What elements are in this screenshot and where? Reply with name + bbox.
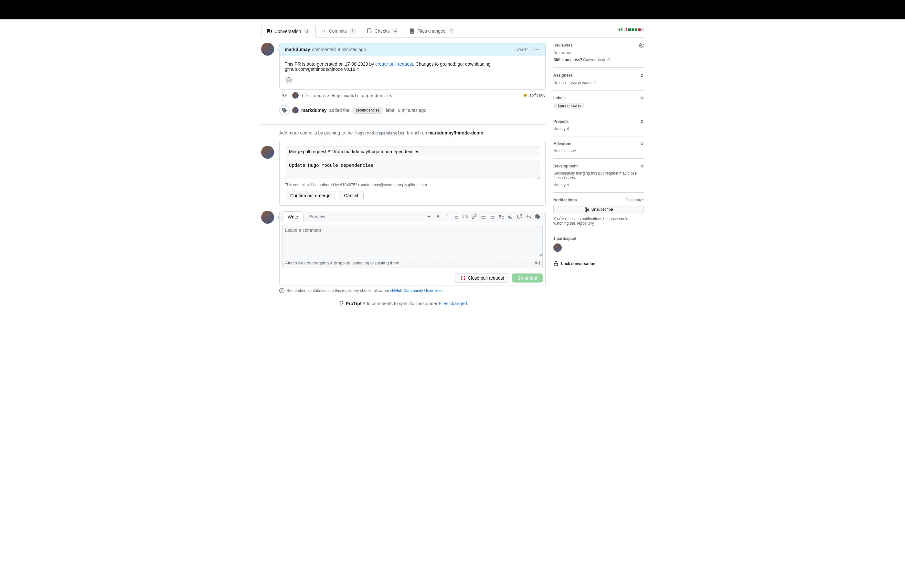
markdown-icon[interactable]: M↓: [534, 261, 540, 265]
git-pull-request-closed-icon: [460, 275, 466, 281]
comment-body: This PR is auto-generated on 17-08-2023 …: [279, 56, 545, 89]
label-event: markdumay added the dependencies label 9…: [261, 101, 546, 119]
lock-icon: [553, 261, 559, 266]
label-chip[interactable]: dependencies: [352, 106, 383, 114]
label-event-time[interactable]: 9 minutes ago: [398, 108, 426, 113]
gear-icon[interactable]: [639, 43, 644, 48]
commit-message[interactable]: fix: update Hugo module dependencies: [301, 93, 521, 98]
tab-checks-count: 4: [392, 28, 399, 34]
smiley-icon: [286, 77, 292, 83]
list-ordered-icon[interactable]: [490, 214, 495, 219]
file-diff-icon: [410, 29, 415, 33]
customize-link[interactable]: Customize: [626, 198, 644, 202]
pr-tabs: Conversation 0 Commits 1 Checks 4 Files …: [261, 25, 644, 38]
assign-yourself-link[interactable]: assign yourself: [570, 81, 596, 85]
quote-icon[interactable]: [454, 214, 459, 219]
tasklist-icon[interactable]: [499, 214, 504, 219]
commit-avatar[interactable]: [292, 92, 298, 99]
write-tab[interactable]: Write: [282, 211, 303, 222]
bell-slash-icon: [584, 207, 589, 212]
tab-conversation[interactable]: Conversation 0: [261, 25, 316, 38]
comment-time[interactable]: 9 minutes ago: [338, 47, 366, 52]
projects-section: Projects⚙ None yet: [553, 114, 644, 137]
unsubscribe-button[interactable]: Unsubscribe: [553, 205, 644, 214]
code-icon[interactable]: [462, 214, 468, 219]
participants-section: 1 participant: [553, 231, 644, 257]
tab-conversation-label: Conversation: [275, 29, 301, 34]
preview-tab[interactable]: Preview: [303, 211, 331, 222]
merge-title-input[interactable]: [285, 146, 540, 157]
git-commit-icon: [321, 29, 326, 33]
form-avatar[interactable]: [261, 211, 274, 224]
convert-draft-link[interactable]: Convert to draft: [583, 57, 610, 62]
merge-form: Update Hugo module dependencies This com…: [279, 141, 546, 206]
attach-hint[interactable]: Attach files by dragging & dropping, sel…: [282, 258, 543, 268]
gear-icon[interactable]: ⚙: [640, 141, 644, 146]
top-black-bar: [0, 0, 905, 19]
tab-commits-count: 1: [349, 28, 356, 34]
tab-files-count: 2: [448, 28, 455, 34]
add-reaction-button[interactable]: [285, 76, 293, 84]
protip: ProTip! Add comments to specific lines u…: [261, 301, 546, 306]
labels-section: Labels⚙ dependencies: [553, 91, 644, 114]
list-unordered-icon[interactable]: [481, 214, 486, 219]
comment-action: commented: [312, 47, 336, 52]
gear-icon[interactable]: ⚙: [640, 96, 644, 100]
diff-additions: +3: [618, 27, 623, 32]
label-event-avatar[interactable]: [292, 107, 298, 113]
tab-conversation-count: 0: [304, 29, 310, 34]
comment-textarea[interactable]: [282, 225, 543, 257]
confirm-auto-merge-button[interactable]: Confirm auto-merge: [285, 191, 336, 200]
notifications-section: NotificationsCustomize Unsubscribe You'r…: [553, 193, 644, 231]
tag-icon: [279, 105, 290, 115]
heading-icon[interactable]: H: [426, 214, 432, 219]
lightbulb-icon: [339, 301, 344, 306]
diffstat: +3 −1: [618, 27, 644, 35]
gear-icon[interactable]: ⚙: [640, 119, 644, 124]
lock-conversation-button[interactable]: Lock conversation: [553, 257, 644, 270]
push-more-hint: Add more commits by pushing to the hugo-…: [261, 130, 546, 141]
avatar[interactable]: [261, 43, 274, 56]
tab-checks[interactable]: Checks 4: [361, 25, 404, 37]
merge-desc-textarea[interactable]: Update Hugo module dependencies: [285, 160, 540, 179]
comment-form: Write Preview H B I @: [279, 211, 546, 285]
label-event-author[interactable]: markdumay: [301, 108, 327, 113]
gear-icon[interactable]: ⚙: [640, 164, 644, 168]
cross-reference-icon[interactable]: [517, 214, 522, 219]
tab-commits-label: Commits: [329, 29, 347, 33]
italic-icon[interactable]: I: [445, 214, 449, 219]
saved-replies-icon[interactable]: [535, 214, 540, 219]
close-pr-button[interactable]: Close pull request: [455, 273, 510, 283]
label-dependencies[interactable]: dependencies: [553, 103, 584, 109]
protip-link[interactable]: Files changed: [438, 301, 467, 306]
participant-avatar[interactable]: [553, 243, 562, 252]
comment-menu-button[interactable]: [532, 46, 540, 53]
link-icon[interactable]: [472, 214, 477, 219]
guidelines-link[interactable]: GitHub Community Guidelines: [391, 288, 443, 293]
info-icon: [279, 288, 284, 293]
cancel-merge-button[interactable]: Cancel: [339, 191, 364, 200]
md-toolbar: H B I @: [426, 214, 543, 219]
comment-header: markdumay commented 9 minutes ago Owner: [279, 43, 545, 56]
development-section: Development⚙ Successfully merging this p…: [553, 159, 644, 193]
git-commit-icon: [282, 93, 287, 98]
reply-icon[interactable]: [526, 214, 531, 219]
owner-badge: Owner: [514, 47, 530, 52]
bold-icon[interactable]: B: [435, 214, 441, 219]
comment-button[interactable]: Comment: [512, 273, 543, 283]
commit-status-icon[interactable]: [524, 94, 527, 97]
guidelines-note: Remember, contributions to this reposito…: [279, 288, 546, 293]
tab-files-label: Files changed: [417, 29, 445, 33]
repo-name: markdumay/hinode-demo: [428, 130, 483, 135]
tab-files[interactable]: Files changed 2: [404, 25, 460, 37]
branch-name: hugo-mod-dependencies: [354, 130, 406, 136]
comment-author[interactable]: markdumay: [285, 47, 310, 52]
merge-avatar[interactable]: [261, 146, 274, 159]
tab-commits[interactable]: Commits 1: [316, 25, 361, 37]
reviewers-section: Reviewers No reviews Still in progress? …: [553, 43, 644, 68]
opening-comment: markdumay commented 9 minutes ago Owner …: [261, 43, 546, 89]
commit-sha[interactable]: abfca08: [529, 93, 546, 98]
mention-icon[interactable]: @: [508, 214, 513, 219]
gear-icon[interactable]: ⚙: [635, 73, 644, 78]
create-pr-link[interactable]: create-pull-request: [375, 61, 413, 67]
